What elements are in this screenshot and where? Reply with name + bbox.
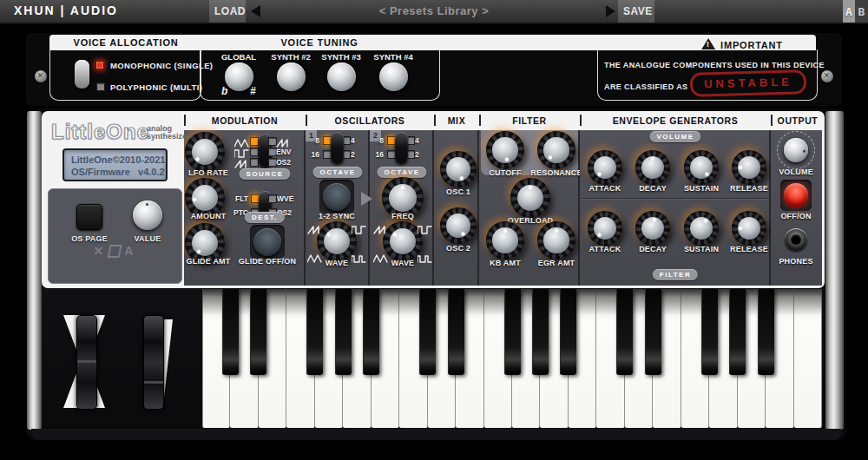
plugin-window: XHUN | AUDIO LOAD < Presets Library > SA… bbox=[0, 0, 868, 460]
value-knob[interactable] bbox=[133, 200, 162, 230]
glide-on-off-button[interactable] bbox=[253, 228, 281, 256]
mod-wheel[interactable] bbox=[143, 315, 164, 410]
slot-b-button[interactable]: B bbox=[855, 0, 868, 23]
octave-switch[interactable] bbox=[395, 132, 408, 163]
env-knob-label: SUSTAIN bbox=[684, 184, 719, 193]
mix-osc1-knob[interactable] bbox=[440, 151, 477, 187]
black-key[interactable] bbox=[616, 289, 633, 375]
next-preset-icon[interactable] bbox=[606, 5, 615, 17]
octave-switch[interactable] bbox=[331, 132, 344, 163]
pitch-wheel[interactable] bbox=[76, 315, 97, 410]
tuning-knob[interactable] bbox=[277, 62, 306, 91]
tuning-knob[interactable] bbox=[379, 62, 408, 91]
filter-env-sustain-knob[interactable] bbox=[684, 211, 719, 246]
cutoff-knob[interactable] bbox=[486, 131, 524, 169]
glide-button-label: GLIDE OFF/ON bbox=[239, 257, 296, 266]
warning-icon bbox=[701, 38, 715, 49]
load-button[interactable]: LOAD bbox=[209, 0, 246, 23]
oscillators-section: 184162OCTAVE284162OCTAVE1-2 SYNCFREQWAVE… bbox=[306, 130, 434, 286]
logo-section: LittleOne analogsynthesizer LittleOne©20… bbox=[44, 114, 184, 286]
black-key[interactable] bbox=[419, 289, 436, 375]
lfo-source-led bbox=[250, 158, 259, 167]
white-key[interactable] bbox=[794, 289, 822, 428]
filter-title: FILTER bbox=[512, 115, 547, 126]
env-knob-label: SUSTAIN bbox=[684, 245, 719, 253]
resonance-label: RESONANCE bbox=[530, 168, 582, 177]
power-on-off-button[interactable] bbox=[784, 183, 808, 207]
source-badge: SOURCE bbox=[239, 168, 290, 180]
switch-option-label: 2 bbox=[415, 150, 419, 159]
glide-amt-label: GLIDE AMT bbox=[187, 257, 231, 266]
monophonic-label: MONOPHONIC (SINGLE) bbox=[110, 61, 213, 70]
volume-env-badge: VOLUME bbox=[649, 131, 700, 142]
switch-option-label: 4 bbox=[415, 136, 419, 145]
osc1-wave-knob[interactable] bbox=[317, 221, 357, 261]
black-key[interactable] bbox=[758, 289, 774, 375]
cutoff-label: CUTOFF bbox=[489, 168, 522, 177]
filter-env-attack-knob[interactable] bbox=[588, 211, 622, 246]
black-key[interactable] bbox=[250, 289, 266, 375]
volume-env-release-knob[interactable] bbox=[732, 150, 766, 185]
kb-amt-knob[interactable] bbox=[486, 221, 524, 260]
xhun-audio-mark: ✕A bbox=[94, 244, 135, 258]
voice-allocation-title: VOICE ALLOCATION bbox=[74, 37, 179, 48]
volume-env-attack-knob[interactable] bbox=[588, 150, 622, 185]
power-button-base bbox=[780, 180, 812, 211]
lfo-rate-knob[interactable] bbox=[185, 132, 225, 172]
black-key[interactable] bbox=[645, 289, 661, 375]
triangle-wave-icon bbox=[307, 252, 322, 267]
prev-preset-icon[interactable] bbox=[251, 5, 260, 17]
switch-option-label: OS2 bbox=[276, 158, 291, 167]
oscillator-divider bbox=[368, 130, 370, 286]
knob-indicator bbox=[635, 150, 670, 185]
slot-a-button[interactable]: A bbox=[843, 0, 855, 23]
wave-label: WAVE bbox=[326, 259, 349, 267]
voice-tuning-title: VOICE TUNING bbox=[280, 37, 358, 48]
black-key[interactable] bbox=[363, 289, 379, 375]
filter-env-decay-knob[interactable] bbox=[635, 211, 670, 246]
volume-env-sustain-knob[interactable] bbox=[684, 150, 719, 185]
filter-env-release-knob[interactable] bbox=[732, 211, 766, 246]
dest-badge: DEST. bbox=[245, 212, 285, 223]
osc2-wave-knob[interactable] bbox=[383, 221, 423, 261]
switch-option-label: 8 bbox=[372, 136, 384, 145]
black-key[interactable] bbox=[335, 289, 352, 375]
switch-option-label: FLT bbox=[224, 194, 248, 203]
unit-base bbox=[31, 429, 841, 440]
overload-knob[interactable] bbox=[510, 178, 550, 218]
black-key[interactable] bbox=[729, 289, 746, 375]
preset-display[interactable]: < Presets Library > bbox=[304, 4, 564, 17]
tuning-knob-label: GLOBAL bbox=[221, 52, 256, 62]
os-page-button[interactable] bbox=[76, 204, 102, 230]
egr-amt-knob[interactable] bbox=[537, 221, 575, 260]
black-key[interactable] bbox=[504, 289, 521, 375]
unstable-stamp: UNSTABLE bbox=[690, 69, 807, 96]
monophonic-led bbox=[95, 61, 104, 69]
octave-badge: OCTAVE bbox=[312, 167, 362, 178]
knob-indicator bbox=[435, 146, 482, 193]
mix-osc2-knob[interactable] bbox=[440, 207, 477, 244]
wave-label: WAVE bbox=[391, 259, 415, 267]
volume-env-decay-knob[interactable] bbox=[635, 150, 670, 185]
black-key[interactable] bbox=[701, 289, 718, 375]
output-volume-knob[interactable] bbox=[784, 138, 808, 162]
glide-button-base bbox=[250, 225, 285, 260]
tuning-knob[interactable] bbox=[225, 62, 253, 91]
env-knob-label: DECAY bbox=[639, 245, 667, 253]
black-key[interactable] bbox=[306, 289, 323, 375]
black-key[interactable] bbox=[560, 289, 576, 375]
save-button[interactable]: SAVE bbox=[618, 0, 654, 23]
black-key[interactable] bbox=[448, 289, 464, 375]
polyphonic-label: POLYPHONIC (MULTI) bbox=[110, 82, 202, 92]
black-key[interactable] bbox=[532, 289, 549, 375]
env-knob-label: ATTACK bbox=[589, 184, 621, 193]
sync-1-2-button[interactable] bbox=[323, 183, 351, 211]
resonance-knob[interactable] bbox=[537, 131, 575, 169]
mix-osc1-label: OSC 1 bbox=[446, 187, 470, 196]
voice-mode-switch[interactable] bbox=[75, 60, 89, 89]
mix-section: OSC 1OSC 2 bbox=[434, 130, 479, 286]
sharp-symbol: # bbox=[250, 85, 256, 97]
black-key[interactable] bbox=[222, 289, 239, 375]
tuning-knob[interactable] bbox=[327, 62, 356, 91]
synth-unit: MODULATION OSCILLATORS MIX FILTER ENVELO… bbox=[26, 108, 846, 440]
